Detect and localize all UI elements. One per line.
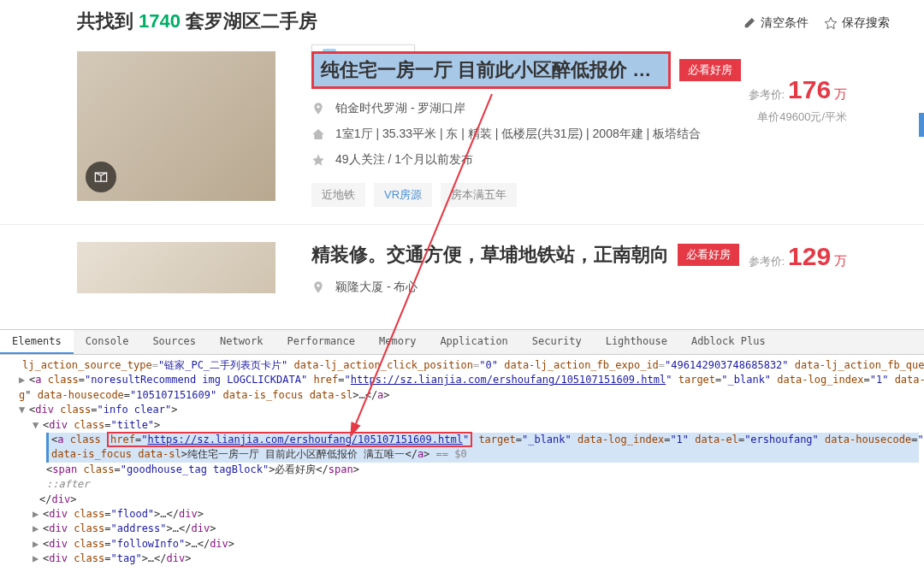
listing-specs: 1室1厅 | 35.33平米 | 东 | 精装 | 低楼层(共31层) | 20… — [335, 127, 701, 142]
price-number: 129 — [788, 242, 831, 270]
count-number: 1740 — [139, 10, 181, 32]
vr-badge — [86, 162, 116, 192]
listing-location[interactable]: 颖隆大厦 - 布心 — [335, 280, 418, 295]
listing-card[interactable]: 精装修。交通方便，草埔地铁站，正南朝向 必看好房 颖隆大厦 - 布心 参考价: … — [0, 225, 924, 322]
listing-title-link[interactable]: 精装修。交通方便，草埔地铁站，正南朝向 — [311, 242, 669, 268]
save-search-button[interactable]: 保存搜索 — [824, 15, 890, 31]
price-number: 176 — [788, 75, 831, 103]
house-icon — [311, 127, 325, 141]
tag-vr: VR房源 — [374, 183, 432, 207]
listing-image[interactable] — [77, 242, 275, 293]
listing-follow: 49人关注 / 1个月以前发布 — [335, 152, 473, 168]
price-block: 参考价: 129 万 — [749, 242, 847, 271]
star-outline-icon — [311, 153, 325, 167]
listing-title-link[interactable]: 纯住宅一房一厅 目前此小区醉低报价 满… — [311, 51, 671, 89]
vr-icon — [92, 168, 110, 186]
listing-image[interactable] — [77, 51, 275, 201]
good-house-tag: 必看好房 — [679, 59, 741, 81]
location-icon — [311, 280, 325, 294]
location-icon — [311, 102, 325, 115]
tag-five-year: 房本满五年 — [441, 183, 517, 207]
tags-row: 近地铁 VR房源 房本满五年 — [311, 183, 847, 207]
result-count: 共找到 1740 套罗湖区二手房 — [77, 9, 847, 34]
count-suffix: 套罗湖区二手房 — [186, 9, 317, 34]
star-icon — [824, 16, 838, 30]
side-indicator — [919, 113, 924, 137]
price-block: 参考价: 176 万 单价49600元/平米 — [749, 75, 847, 125]
listing-location[interactable]: 铂金时代罗湖 - 罗湖口岸 — [335, 101, 465, 116]
good-house-tag: 必看好房 — [678, 244, 739, 266]
eraser-icon — [743, 16, 756, 30]
count-prefix: 共找到 — [77, 9, 133, 34]
tag-metro: 近地铁 — [311, 183, 365, 207]
clear-filters-button[interactable]: 清空条件 — [743, 15, 808, 31]
listing-card[interactable]: 纯住宅一房一厅 目前此小区醉低报价 满… 必看好房 铂金时代罗湖 - 罗湖口岸 … — [0, 34, 924, 225]
unit-price: 单价49600元/平米 — [749, 109, 847, 125]
